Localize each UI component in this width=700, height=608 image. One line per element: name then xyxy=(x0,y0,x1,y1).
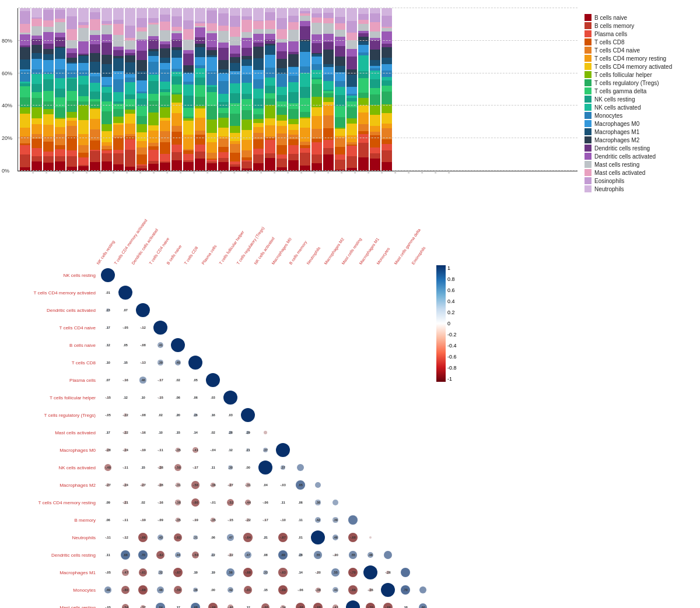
bar-segment-13 xyxy=(148,56,159,62)
corr-cell-9-0: .17 xyxy=(99,424,117,441)
bar-segment-9 xyxy=(253,108,264,114)
bar-segment-12 xyxy=(300,66,310,72)
corr-value-17-9: .33 xyxy=(263,571,268,574)
corr-value-15-5: .31 xyxy=(193,536,198,539)
bar-segment-8 xyxy=(346,107,357,118)
corr-cell-11-15 xyxy=(362,459,379,476)
bar-segment-19 xyxy=(323,18,334,23)
bar-segment-11 xyxy=(125,82,135,94)
corr-value-5-3: .39 xyxy=(158,361,163,364)
bar-segment-6 xyxy=(20,114,30,128)
corr-value-19-2: -.37 xyxy=(140,606,145,608)
bar-segment-12 xyxy=(288,76,299,82)
corr-value-18-10: -.69 xyxy=(280,588,285,592)
corr-cell-1-0: .01 xyxy=(99,284,117,301)
bar-segment-7 xyxy=(20,107,30,114)
bar-segment-13 xyxy=(206,57,217,71)
corr-cell-13-2: .02 xyxy=(134,494,152,511)
corr-cell-17-16: -.26 xyxy=(379,564,397,581)
bar-segment-9 xyxy=(32,92,42,97)
legend-item-3: T cells CD8 xyxy=(584,38,694,45)
corr-value-16-3: -.62 xyxy=(158,553,163,557)
bar-segment-2 xyxy=(148,150,159,161)
bar-segment-8 xyxy=(382,92,392,104)
corr-value-7-3: -.15 xyxy=(158,396,163,399)
corr-value-19-1: -.54 xyxy=(123,606,128,608)
corr-cell-12-11: .65 xyxy=(292,476,309,494)
bar-segment-5 xyxy=(206,142,217,153)
bar-segment-9 xyxy=(265,93,275,99)
bar-segment-1 xyxy=(358,143,369,157)
corr-cell-11-9 xyxy=(257,459,274,476)
bar-segment-18 xyxy=(43,27,54,31)
corr-cell-14-1: -.11 xyxy=(117,511,134,529)
corr-value-12-4: -.31 xyxy=(175,483,180,487)
bar-11 xyxy=(148,8,159,171)
bar-segment-7 xyxy=(125,110,135,114)
bar-segment-6 xyxy=(32,118,42,124)
corr-cell-15-0: -.11 xyxy=(99,529,117,546)
corr-cell-5-5 xyxy=(187,354,204,371)
corr-cell-10-2: -.19 xyxy=(134,441,152,459)
corr-cell-6-0: .07 xyxy=(99,371,117,389)
corr-cell-15-10: -.67 xyxy=(274,529,292,546)
bar-segment-13 xyxy=(335,72,345,81)
corr-cell-8-7: .03 xyxy=(222,406,239,424)
bar-segment-5 xyxy=(136,141,147,147)
corr-value-16-7: -.22 xyxy=(228,553,233,557)
corr-cell-8-11 xyxy=(292,406,309,424)
legend-color-5 xyxy=(584,55,592,62)
bar-segment-14 xyxy=(102,64,112,77)
bar-segment-18 xyxy=(55,22,65,33)
corr-circle-8-8 xyxy=(241,408,255,422)
colorbar-gradient xyxy=(436,265,446,382)
bar-segment-8 xyxy=(43,101,54,109)
corr-value-19-0: -.05 xyxy=(105,606,110,608)
corr-cells-0 xyxy=(99,266,432,284)
bar-segment-16 xyxy=(32,39,42,45)
corr-value-14-7: -.15 xyxy=(228,518,233,522)
bar-segment-12 xyxy=(90,76,100,82)
corr-value-16-12: .55 xyxy=(316,553,320,557)
corr-cell-1-9 xyxy=(257,284,274,301)
bar-segment-1 xyxy=(43,156,54,163)
bar-segment-4 xyxy=(288,135,299,139)
bar-segment-20 xyxy=(172,16,182,27)
bar-segment-16 xyxy=(312,43,322,53)
corr-cell-16-6: .22 xyxy=(204,546,222,564)
corr-value-3-2: -.12 xyxy=(140,326,145,329)
legend-label-21: Neutrophils xyxy=(594,186,624,192)
corr-value-12-11: .65 xyxy=(298,483,303,487)
bar-segment-20 xyxy=(113,20,124,24)
bar-segment-2 xyxy=(183,154,194,160)
bar-segment-11 xyxy=(136,93,147,99)
bar-segment-14 xyxy=(253,58,264,69)
bar-23 xyxy=(288,8,299,171)
corr-value-19-12: -.68 xyxy=(315,606,320,608)
corr-value-6-3: -.17 xyxy=(158,378,163,382)
bar-segment-9 xyxy=(78,96,89,101)
corr-value-13-3: -.16 xyxy=(158,501,163,504)
corr-circle-14-14 xyxy=(348,515,357,524)
corr-circle-15-12 xyxy=(311,530,325,544)
bar-segment-0 xyxy=(90,162,100,171)
corr-value-11-4: -.50 xyxy=(175,466,180,469)
bar-segment-13 xyxy=(288,67,299,76)
bar-segment-12 xyxy=(276,75,287,86)
corr-cell-2-12 xyxy=(309,301,327,319)
corr-cell-12-1: -.24 xyxy=(117,476,134,494)
bar-segment-16 xyxy=(195,37,205,44)
legend-label-18: Mast cells resting xyxy=(594,161,639,168)
corr-row-16: Dendritic cells resting.11.68.70-.62.44-… xyxy=(6,546,432,564)
corr-cell-2-7 xyxy=(222,301,239,319)
corr-value-18-8: -.61 xyxy=(245,588,250,592)
bar-segment-21 xyxy=(335,8,345,16)
bar-segment-10 xyxy=(242,94,252,99)
corr-cell-6-12 xyxy=(309,371,327,389)
corr-cell-14-18 xyxy=(414,511,432,529)
corr-value-5-2: -.13 xyxy=(140,361,145,364)
bar-segment-16 xyxy=(160,44,170,48)
bar-segment-8 xyxy=(20,97,30,107)
corr-cell-7-1: .12 xyxy=(117,389,134,406)
corr-cell-15-18 xyxy=(414,529,432,546)
